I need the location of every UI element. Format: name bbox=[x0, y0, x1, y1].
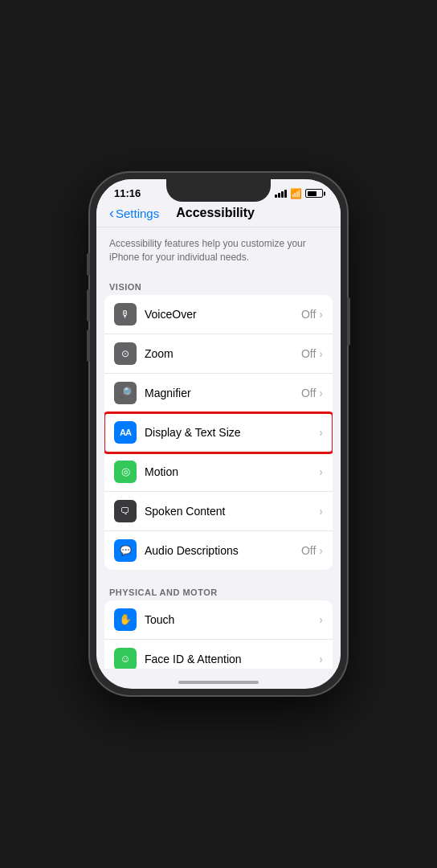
audio-descriptions-icon: 💬 bbox=[114, 539, 137, 562]
page-title: Accessibility bbox=[159, 206, 272, 220]
zoom-chevron-icon: › bbox=[319, 347, 323, 360]
magnifier-icon: 🔎 bbox=[114, 382, 137, 404]
list-item-audio-descriptions[interactable]: 💬 Audio Descriptions Off › bbox=[104, 531, 333, 570]
motion-icon: ◎ bbox=[114, 461, 137, 483]
touch-icon: ✋ bbox=[114, 608, 137, 631]
display-text-size-chevron-icon: › bbox=[319, 426, 323, 439]
spoken-content-label: Spoken Content bbox=[145, 505, 316, 518]
list-item-motion[interactable]: ◎ Motion › bbox=[104, 452, 333, 492]
back-chevron-icon: ‹ bbox=[109, 206, 114, 220]
nav-bar: ‹ Settings Accessibility bbox=[96, 203, 341, 227]
notch bbox=[166, 179, 271, 202]
list-item-voiceover[interactable]: 🎙 VoiceOver Off › bbox=[104, 295, 333, 334]
description-text: Accessibility features help you customiz… bbox=[96, 227, 341, 271]
physical-list-group: ✋ Touch › ☺ Face ID & Attention › bbox=[104, 600, 333, 669]
voiceover-chevron-icon: › bbox=[319, 308, 323, 321]
volume-down-button bbox=[87, 330, 90, 362]
vision-list-group: 🎙 VoiceOver Off › ⊙ Zoom Off › 🔎 bbox=[104, 295, 333, 570]
touch-label: Touch bbox=[145, 613, 316, 626]
list-item-zoom[interactable]: ⊙ Zoom Off › bbox=[104, 334, 333, 374]
list-item-touch[interactable]: ✋ Touch › bbox=[104, 600, 333, 640]
home-indicator bbox=[178, 681, 259, 684]
voiceover-value: Off bbox=[301, 308, 316, 321]
magnifier-value: Off bbox=[301, 387, 316, 399]
wifi-icon: 📶 bbox=[290, 188, 302, 199]
touch-chevron-icon: › bbox=[319, 613, 323, 626]
section-header-vision: VISION bbox=[96, 271, 341, 295]
zoom-value: Off bbox=[301, 347, 316, 360]
audio-descriptions-value: Off bbox=[301, 544, 316, 557]
audio-descriptions-label: Audio Descriptions bbox=[145, 544, 301, 557]
spoken-content-icon: 🗨 bbox=[114, 500, 137, 522]
signal-icon bbox=[275, 190, 287, 198]
face-id-label: Face ID & Attention bbox=[145, 653, 316, 665]
section-header-physical: PHYSICAL AND MOTOR bbox=[96, 576, 341, 600]
battery-icon bbox=[305, 189, 323, 198]
spoken-content-chevron-icon: › bbox=[319, 505, 323, 518]
phone-screen: 11:16 📶 ‹ Settings Accessibility bbox=[96, 179, 341, 689]
voiceover-icon: 🎙 bbox=[114, 303, 137, 326]
status-time: 11:16 bbox=[114, 187, 141, 199]
magnifier-label: Magnifier bbox=[145, 387, 301, 399]
status-icons: 📶 bbox=[275, 188, 323, 199]
zoom-icon: ⊙ bbox=[114, 342, 137, 365]
audio-descriptions-chevron-icon: › bbox=[319, 544, 323, 557]
magnifier-chevron-icon: › bbox=[319, 387, 323, 399]
content-area: Accessibility features help you customiz… bbox=[96, 227, 341, 669]
list-item-display-text-size[interactable]: AA Display & Text Size › bbox=[104, 413, 333, 452]
voiceover-label: VoiceOver bbox=[145, 308, 301, 321]
face-id-chevron-icon: › bbox=[319, 653, 323, 665]
face-id-icon: ☺ bbox=[114, 648, 137, 669]
list-item-spoken-content[interactable]: 🗨 Spoken Content › bbox=[104, 492, 333, 531]
display-text-size-label: Display & Text Size bbox=[145, 426, 316, 439]
phone-frame: 11:16 📶 ‹ Settings Accessibility bbox=[90, 173, 347, 695]
power-button bbox=[347, 297, 350, 346]
motion-chevron-icon: › bbox=[319, 465, 323, 478]
zoom-label: Zoom bbox=[145, 347, 301, 360]
list-item-magnifier[interactable]: 🔎 Magnifier Off › bbox=[104, 374, 333, 413]
list-item-face-id[interactable]: ☺ Face ID & Attention › bbox=[104, 640, 333, 669]
back-button[interactable]: ‹ Settings bbox=[109, 206, 159, 220]
display-text-size-icon: AA bbox=[114, 421, 137, 444]
back-label: Settings bbox=[116, 207, 159, 220]
motion-label: Motion bbox=[145, 465, 316, 478]
volume-up-button bbox=[87, 289, 90, 321]
